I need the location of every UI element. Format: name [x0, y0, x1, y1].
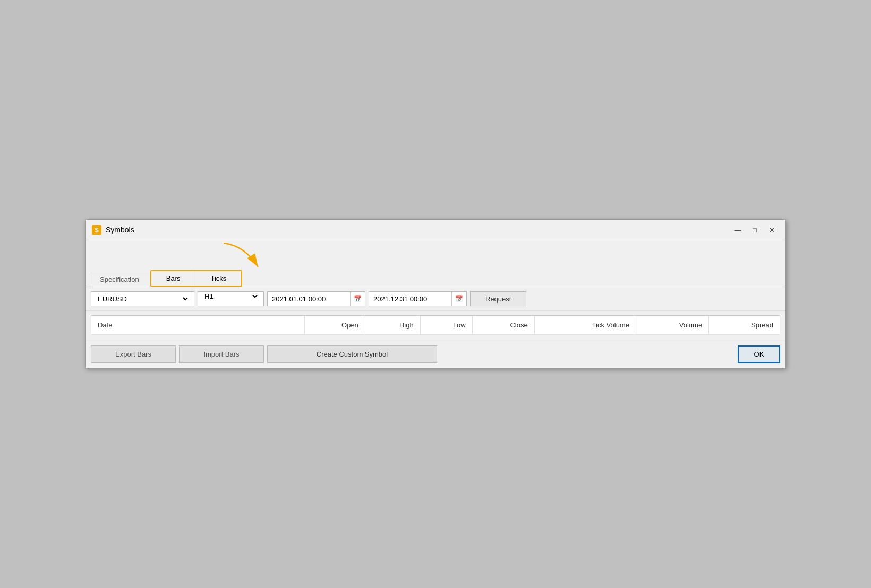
- tab-group-bars-ticks: Bars Ticks: [150, 270, 243, 287]
- date-to-group: 📅: [369, 291, 467, 306]
- import-bars-button[interactable]: Import Bars: [179, 345, 264, 363]
- col-volume: Volume: [636, 316, 708, 335]
- tab-ticks[interactable]: Ticks: [195, 271, 241, 286]
- maximize-button[interactable]: □: [747, 224, 762, 236]
- date-from-calendar-icon[interactable]: 📅: [350, 292, 365, 306]
- request-button[interactable]: Request: [470, 291, 526, 306]
- ok-button[interactable]: OK: [738, 345, 780, 363]
- title-bar: $ Symbols — □ ✕: [86, 220, 785, 240]
- col-spread: Spread: [709, 316, 780, 335]
- date-from-input[interactable]: [268, 292, 350, 306]
- tab-bar: Specification Bars Ticks: [86, 267, 785, 287]
- export-bars-button[interactable]: Export Bars: [91, 345, 176, 363]
- tab-bars[interactable]: Bars: [151, 271, 196, 286]
- arrow-annotation: [86, 240, 785, 267]
- col-open: Open: [304, 316, 365, 335]
- timeframe-select-wrapper[interactable]: M1 M5 M15 M30 H1 H4 D1 W1 MN1: [198, 291, 264, 306]
- tab-specification[interactable]: Specification: [90, 272, 149, 287]
- symbols-window: $ Symbols — □ ✕ Specification Bars Ticks: [85, 219, 786, 369]
- date-from-group: 📅: [267, 291, 365, 306]
- close-button[interactable]: ✕: [764, 224, 779, 236]
- bars-table: Date Open High Low Close Tick Volume Vol…: [91, 316, 780, 335]
- window-title: Symbols: [106, 226, 134, 234]
- toolbar-row: EURUSD GBPUSD USDJPY USDCHF M1 M5 M15 M3…: [86, 287, 785, 311]
- table-header-row: Date Open High Low Close Tick Volume Vol…: [91, 316, 780, 335]
- symbol-select[interactable]: EURUSD GBPUSD USDJPY USDCHF: [96, 295, 190, 304]
- date-to-calendar-icon[interactable]: 📅: [451, 292, 466, 306]
- date-to-input[interactable]: [369, 292, 451, 306]
- data-table-area: Date Open High Low Close Tick Volume Vol…: [91, 315, 780, 335]
- create-custom-symbol-button[interactable]: Create Custom Symbol: [267, 345, 437, 363]
- col-date: Date: [91, 316, 304, 335]
- minimize-button[interactable]: —: [730, 224, 745, 236]
- col-high: High: [365, 316, 420, 335]
- title-controls: — □ ✕: [730, 224, 779, 236]
- app-icon: $: [92, 225, 101, 235]
- col-low: Low: [420, 316, 472, 335]
- timeframe-select[interactable]: M1 M5 M15 M30 H1 H4 D1 W1 MN1: [202, 292, 259, 301]
- col-tick-volume: Tick Volume: [534, 316, 636, 335]
- title-bar-left: $ Symbols: [92, 225, 134, 235]
- bottom-bar: Export Bars Import Bars Create Custom Sy…: [86, 340, 785, 368]
- col-close: Close: [472, 316, 534, 335]
- symbol-select-wrapper[interactable]: EURUSD GBPUSD USDJPY USDCHF: [91, 291, 194, 306]
